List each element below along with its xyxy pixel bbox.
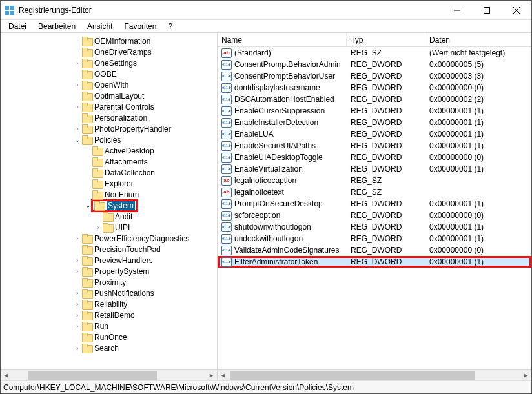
chevron-right-icon[interactable]: › bbox=[73, 267, 82, 276]
tree-item[interactable]: ⌄System bbox=[1, 200, 217, 211]
tree-item[interactable]: ›PushNotifications bbox=[1, 288, 217, 299]
tree-item[interactable]: ›OpenWith bbox=[1, 79, 217, 90]
list-pane: Name Typ Daten (Standard)REG_SZ(Wert nic… bbox=[218, 33, 531, 380]
value-type: REG_DWORD bbox=[347, 106, 425, 115]
value-type: REG_DWORD bbox=[347, 95, 425, 104]
tree-item[interactable]: ›Parental Controls bbox=[1, 101, 217, 112]
tree-hscrollbar[interactable]: ◄ ► bbox=[1, 369, 217, 380]
tree-item-label: OneDriveRamps bbox=[94, 48, 152, 57]
menu-help[interactable]: ? bbox=[163, 21, 178, 32]
menu-edit[interactable]: Bearbeiten bbox=[33, 21, 81, 32]
chevron-right-icon[interactable]: › bbox=[73, 311, 82, 320]
list-row[interactable]: shutdownwithoutlogonREG_DWORD0x00000001 … bbox=[218, 221, 531, 233]
value-type: REG_DWORD bbox=[347, 164, 425, 173]
list-row[interactable]: DSCAutomationHostEnabledREG_DWORD0x00000… bbox=[218, 94, 531, 105]
tree-item[interactable]: RunOnce bbox=[1, 331, 217, 342]
menu-file[interactable]: Datei bbox=[3, 21, 32, 32]
list-row[interactable]: FilterAdministratorTokenREG_DWORD0x00000… bbox=[218, 256, 531, 268]
scroll-left-icon[interactable]: ◄ bbox=[1, 370, 12, 381]
chevron-down-icon[interactable]: ⌄ bbox=[73, 135, 82, 144]
expander-spacer bbox=[73, 278, 82, 287]
tree-item-label: Audit bbox=[115, 212, 132, 221]
tree-item[interactable]: OptimalLayout bbox=[1, 90, 217, 101]
chevron-right-icon[interactable]: › bbox=[94, 223, 103, 232]
dword-value-icon bbox=[221, 118, 232, 128]
folder-icon bbox=[82, 48, 92, 57]
tree-item[interactable]: ›PreviewHandlers bbox=[1, 255, 217, 266]
chevron-right-icon[interactable]: › bbox=[73, 256, 82, 265]
chevron-right-icon[interactable]: › bbox=[73, 81, 82, 90]
tree-item-label: OOBE bbox=[94, 70, 117, 79]
tree-item[interactable]: ›OneSettings bbox=[1, 57, 217, 68]
minimize-button[interactable] bbox=[442, 1, 472, 20]
svg-rect-0 bbox=[5, 6, 9, 10]
list-row[interactable]: EnableLUAREG_DWORD0x00000001 (1) bbox=[218, 128, 531, 140]
value-type: REG_DWORD bbox=[347, 83, 425, 92]
list-row[interactable]: ConsentPromptBehaviorUserREG_DWORD0x0000… bbox=[218, 70, 531, 82]
app-icon bbox=[5, 5, 15, 15]
tree-item[interactable]: OOBE bbox=[1, 68, 217, 79]
column-name[interactable]: Name bbox=[218, 33, 347, 46]
chevron-right-icon[interactable]: › bbox=[73, 234, 82, 243]
scroll-right-icon[interactable]: ► bbox=[206, 370, 217, 381]
tree-item[interactable]: OEMInformation bbox=[1, 35, 217, 46]
window-title: Registrierungs-Editor bbox=[19, 6, 442, 15]
tree-item[interactable]: Explorer bbox=[1, 178, 217, 189]
list-row[interactable]: ValidateAdminCodeSignaturesREG_DWORD0x00… bbox=[218, 244, 531, 256]
chevron-right-icon[interactable]: › bbox=[73, 344, 82, 353]
folder-icon bbox=[103, 212, 113, 221]
list-hscrollbar[interactable]: ◄ ► bbox=[218, 369, 531, 380]
tree-item[interactable]: ›UIPI bbox=[1, 222, 217, 233]
scroll-right-icon[interactable]: ► bbox=[520, 370, 531, 381]
tree-item[interactable]: ›PhotoPropertyHandler bbox=[1, 123, 217, 134]
tree-item[interactable]: Proximity bbox=[1, 277, 217, 288]
list-row[interactable]: (Standard)REG_SZ(Wert nicht festgelegt) bbox=[218, 47, 531, 59]
chevron-right-icon[interactable]: › bbox=[73, 289, 82, 298]
list-row[interactable]: EnableSecureUIAPathsREG_DWORD0x00000001 … bbox=[218, 140, 531, 152]
tree-item-label: RetailDemo bbox=[94, 311, 135, 320]
chevron-right-icon[interactable]: › bbox=[73, 124, 82, 133]
tree-item[interactable]: NonEnum bbox=[1, 189, 217, 200]
tree-item[interactable]: ›RetailDemo bbox=[1, 310, 217, 320]
close-button[interactable] bbox=[502, 1, 531, 20]
tree-item[interactable]: Audit bbox=[1, 211, 217, 222]
tree-item[interactable]: ›Search bbox=[1, 342, 217, 353]
tree-item[interactable]: Attachments bbox=[1, 156, 217, 167]
list-row[interactable]: PromptOnSecureDesktopREG_DWORD0x00000001… bbox=[218, 198, 531, 210]
dword-value-icon bbox=[221, 141, 232, 151]
list-row[interactable]: legalnoticetextREG_SZ bbox=[218, 186, 531, 198]
list-row[interactable]: dontdisplaylastusernameREG_DWORD0x000000… bbox=[218, 82, 531, 94]
list-row[interactable]: EnableVirtualizationREG_DWORD0x00000001 … bbox=[218, 163, 531, 175]
expander-spacer bbox=[83, 146, 92, 155]
scroll-left-icon[interactable]: ◄ bbox=[218, 370, 229, 381]
chevron-right-icon[interactable]: › bbox=[73, 103, 82, 112]
menu-view[interactable]: Ansicht bbox=[82, 21, 118, 32]
list-row[interactable]: EnableInstallerDetectionREG_DWORD0x00000… bbox=[218, 117, 531, 128]
tree-item[interactable]: DataCollection bbox=[1, 167, 217, 178]
tree-item[interactable]: ›Reliability bbox=[1, 299, 217, 310]
list-row[interactable]: scforceoptionREG_DWORD0x00000000 (0) bbox=[218, 210, 531, 221]
chevron-right-icon[interactable]: › bbox=[73, 300, 82, 309]
maximize-button[interactable] bbox=[472, 1, 502, 20]
tree-item[interactable]: ActiveDesktop bbox=[1, 145, 217, 156]
column-type[interactable]: Typ bbox=[347, 33, 425, 46]
chevron-right-icon[interactable]: › bbox=[73, 59, 82, 68]
list-row[interactable]: EnableUIADesktopToggleREG_DWORD0x0000000… bbox=[218, 152, 531, 163]
list-row[interactable]: undockwithoutlogonREG_DWORD0x00000001 (1… bbox=[218, 233, 531, 244]
tree-item[interactable]: ›Run bbox=[1, 320, 217, 331]
column-data[interactable]: Daten bbox=[425, 33, 531, 46]
tree-item-label: OpenWith bbox=[94, 81, 128, 90]
tree-item[interactable]: ⌄Policies bbox=[1, 134, 217, 145]
list-row[interactable]: legalnoticecaptionREG_SZ bbox=[218, 175, 531, 186]
menu-favorites[interactable]: Favoriten bbox=[119, 21, 161, 32]
chevron-right-icon[interactable]: › bbox=[73, 322, 82, 331]
tree-item[interactable]: ›PropertySystem bbox=[1, 266, 217, 277]
list-row[interactable]: EnableCursorSuppressionREG_DWORD0x000000… bbox=[218, 105, 531, 117]
tree-item[interactable]: Personalization bbox=[1, 112, 217, 123]
tree-item[interactable]: OneDriveRamps bbox=[1, 46, 217, 57]
list-row[interactable]: ConsentPromptBehaviorAdminREG_DWORD0x000… bbox=[218, 59, 531, 70]
tree-item[interactable]: PrecisionTouchPad bbox=[1, 244, 217, 255]
expander-spacer bbox=[73, 37, 82, 46]
titlebar: Registrierungs-Editor bbox=[1, 1, 531, 20]
tree-item[interactable]: ›PowerEfficiencyDiagnostics bbox=[1, 233, 217, 244]
